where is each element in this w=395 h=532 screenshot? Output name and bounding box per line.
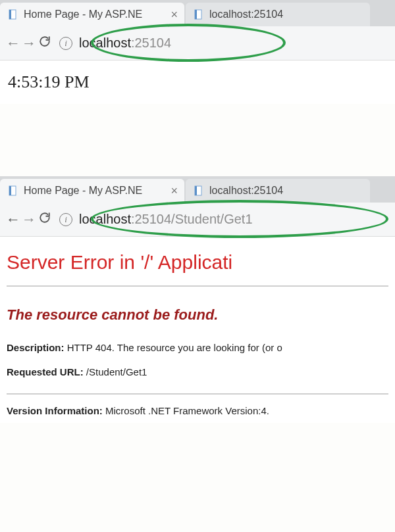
description-label: Description: <box>7 342 65 353</box>
tab-home-page[interactable]: Home Page - My ASP.NE × <box>0 179 184 203</box>
tab-localhost[interactable]: localhost:25104 <box>186 179 370 203</box>
nav-bar: ← → i localhost:25104 <box>0 26 395 60</box>
tab-title: Home Page - My ASP.NE <box>24 185 165 197</box>
tab-bar: Home Page - My ASP.NE × localhost:25104 <box>0 0 395 26</box>
address-bar[interactable]: i localhost:25104/Student/Get1 <box>57 212 390 227</box>
url-path: :25104/Student/Get1 <box>131 212 253 227</box>
top-browser-window: Home Page - My ASP.NE × localhost:25104 … <box>0 0 395 104</box>
close-icon[interactable]: × <box>171 8 178 22</box>
error-subheading: The resource cannot be found. <box>0 287 395 335</box>
page-favicon <box>8 9 18 20</box>
reload-button[interactable] <box>37 212 53 227</box>
page-content: 4:53:19 PM <box>0 60 395 104</box>
reload-button[interactable] <box>37 36 53 51</box>
back-button[interactable]: ← <box>5 35 21 52</box>
tab-title: localhost:25104 <box>209 185 363 197</box>
version-text: Microsoft .NET Framework Version:4. <box>103 405 269 416</box>
url-host: localhost <box>79 212 131 227</box>
tab-home-page[interactable]: Home Page - My ASP.NE × <box>0 3 184 26</box>
svg-rect-3 <box>195 10 197 19</box>
requested-url-text: /Student/Get1 <box>84 366 147 377</box>
address-bar[interactable]: i localhost:25104 <box>57 36 390 51</box>
nav-bar: ← → i localhost:25104/Student/Get1 <box>0 203 395 237</box>
tab-title: Home Page - My ASP.NE <box>24 9 165 20</box>
site-info-icon[interactable]: i <box>59 213 72 226</box>
url-path: :25104 <box>131 36 171 51</box>
page-favicon <box>194 185 204 196</box>
svg-rect-7 <box>195 186 197 195</box>
tab-title: localhost:25104 <box>209 9 363 20</box>
page-favicon <box>194 9 204 20</box>
version-label: Version Information: <box>7 405 103 416</box>
requested-url-line: Requested URL: /Student/Get1 <box>0 360 395 384</box>
site-info-icon[interactable]: i <box>59 37 72 50</box>
error-page-content: Server Error in '/' Applicati The resour… <box>0 237 395 423</box>
server-error-heading: Server Error in '/' Applicati <box>0 237 395 281</box>
version-info-line: Version Information: Microsoft .NET Fram… <box>0 395 395 423</box>
svg-rect-5 <box>9 186 11 195</box>
forward-button: → <box>21 211 37 228</box>
description-text: HTTP 404. The resource you are looking f… <box>65 342 282 353</box>
bottom-browser-window: Home Page - My ASP.NE × localhost:25104 … <box>0 176 395 423</box>
close-icon[interactable]: × <box>171 184 178 198</box>
svg-rect-1 <box>9 10 11 19</box>
tab-localhost[interactable]: localhost:25104 <box>186 3 370 26</box>
error-description: Description: HTTP 404. The resource you … <box>0 335 395 360</box>
requested-url-label: Requested URL: <box>7 366 84 377</box>
url-host: localhost <box>79 36 131 51</box>
back-button[interactable]: ← <box>5 211 21 228</box>
page-favicon <box>8 185 18 196</box>
forward-button: → <box>21 35 37 52</box>
tab-bar: Home Page - My ASP.NE × localhost:25104 <box>0 176 395 203</box>
time-display: 4:53:19 PM <box>8 72 387 92</box>
section-gap <box>0 104 395 176</box>
